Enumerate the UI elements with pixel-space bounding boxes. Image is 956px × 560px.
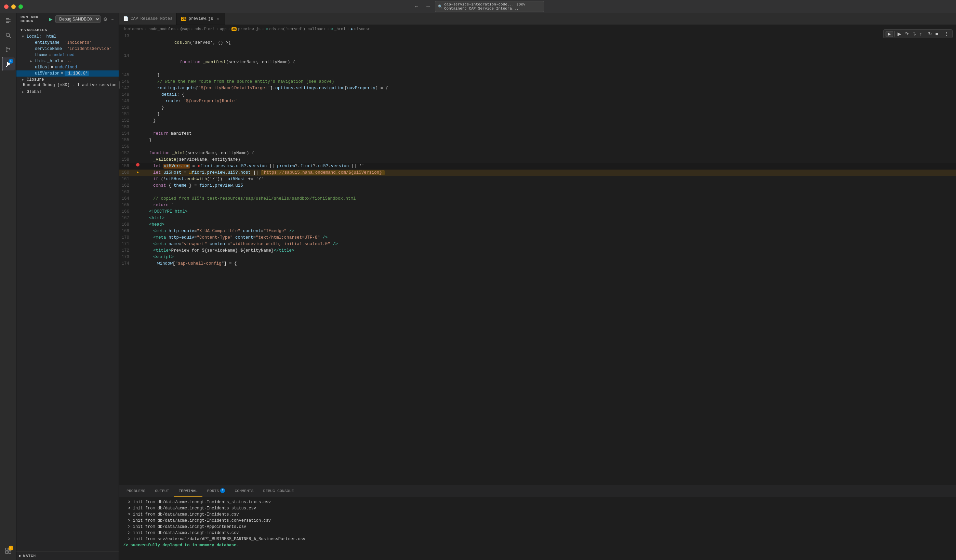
notes-file-icon: 📄	[123, 16, 129, 22]
global-scope-item[interactable]: ▶ Global	[16, 89, 119, 95]
breadcrumb-preview-js[interactable]: preview.js	[238, 27, 261, 31]
terminal-line: > init from db/data/acme.incmgt-Appointm…	[123, 524, 952, 530]
run-debug-button[interactable]: ▶	[49, 16, 53, 22]
magnifier-icon	[5, 31, 12, 39]
titlebar-center: ← → 🔍 cap-service-integration-code... [D…	[412, 1, 544, 12]
tab-output[interactable]: OUTPUT	[150, 485, 174, 497]
svg-rect-12	[5, 548, 8, 551]
code-line-158: 158 _validate(serviceName, entityName)	[119, 157, 956, 163]
nav-back-button[interactable]: ←	[412, 3, 421, 10]
local-scope-item[interactable]: ▼ Local: _html	[16, 33, 119, 40]
code-editor[interactable]: 13 cds.on('served', ()=>{ 14 function _m…	[119, 33, 956, 485]
code-line-166: 166 <!DOCTYPE html>	[119, 209, 956, 215]
ports-badge: 2	[220, 488, 225, 493]
terminal-line: > init from srv/external/data/API_BUSINE…	[123, 536, 952, 542]
code-line-164: 164 // copied from UI5's test-resources/…	[119, 195, 956, 202]
var-this-html[interactable]: ▶ this._html = ...	[16, 58, 119, 64]
var-ui5-version[interactable]: ui5Version = '1.130.0'	[16, 71, 119, 77]
debug-select-profile[interactable]: ▶	[885, 31, 893, 37]
svg-line-5	[9, 36, 11, 38]
code-line-154: 154 return manifest	[119, 131, 956, 137]
var-theme[interactable]: theme = undefined	[16, 52, 119, 58]
breadcrumb-html-fn-icon: ⊕	[331, 27, 333, 31]
svg-rect-15	[9, 551, 11, 554]
breadcrumb-sap[interactable]: @sap	[181, 27, 189, 31]
watch-panel[interactable]: ▶ WATCH	[16, 551, 119, 560]
tab-cap-release-notes[interactable]: 📄 CAP Release Notes	[119, 13, 177, 25]
search-icon: 🔍	[438, 5, 443, 9]
debug-config-select[interactable]: Debug SANDBOX	[55, 16, 101, 23]
run-bar: RUN AND DEBUG ▶ Debug SANDBOX ⚙ ···	[16, 13, 119, 25]
code-line-170: 170 <meta http-equiv="Content-Type" cont…	[119, 234, 956, 241]
maximize-window-btn[interactable]	[19, 5, 23, 9]
tab-terminal[interactable]: TERMINAL	[174, 485, 203, 497]
activity-run-debug[interactable]: 1	[2, 57, 15, 71]
breadcrumb-js-icon: JS	[231, 27, 237, 31]
code-line-155: 155 }	[119, 137, 956, 143]
chevron-down-icon: ▼	[20, 28, 23, 32]
var-service-name[interactable]: serviceName = 'IncidentsService'	[16, 46, 119, 52]
breadcrumb-incidents[interactable]: incidents	[123, 27, 143, 31]
svg-rect-0	[6, 18, 9, 19]
activity-extensions[interactable]: !	[2, 544, 15, 557]
tab-preview-js[interactable]: JS preview.js ✕	[177, 13, 225, 25]
code-line-162: 162 const { theme } = fiori.preview.ui5	[119, 182, 956, 189]
terminal-line: > init from db/data/acme.incmgt-Incident…	[123, 518, 952, 524]
code-line-169: 169 <meta http-equiv="X-UA-Compatible" c…	[119, 228, 956, 234]
code-line-150: 150 }	[119, 105, 956, 111]
variables-label: ▼ VARIABLES	[20, 28, 47, 32]
breadcrumb-callback[interactable]: cds.on('served') callback	[269, 27, 325, 31]
stop-debug-button[interactable]: ■	[934, 30, 940, 37]
files-icon	[5, 17, 12, 25]
js-file-icon: JS	[181, 17, 186, 21]
step-out-button[interactable]: ↑	[918, 30, 923, 37]
code-line-168: 168 <head>	[119, 222, 956, 228]
debug-arrow-icon: ➤	[137, 170, 139, 176]
watch-chevron-icon: ▶	[19, 554, 22, 558]
var-chevron-icon: ▶	[30, 59, 35, 63]
breadcrumb-html-fn[interactable]: _html	[334, 27, 346, 31]
code-line-153: 153	[119, 124, 956, 131]
tab-label-cap: CAP Release Notes	[131, 16, 172, 21]
debug-toolbar: ▶ ▶ ↷ ↴ ↑ ↻ ■ ⋮	[883, 29, 953, 38]
var-entity-name[interactable]: entityName = 'Incidents'	[16, 40, 119, 46]
code-line-14: 14 function _manifest(serviceName, entit…	[119, 53, 956, 72]
activity-source-control[interactable]	[2, 43, 15, 56]
debug-sessions-badge: 1	[9, 59, 13, 64]
tab-debug-console[interactable]: DEBUG CONSOLE	[258, 485, 299, 497]
minimize-window-btn[interactable]	[11, 5, 16, 9]
code-lines: 13 cds.on('served', ()=>{ 14 function _m…	[119, 33, 956, 267]
svg-rect-1	[6, 19, 11, 20]
tab-close-button[interactable]: ✕	[215, 16, 220, 22]
branch-icon	[5, 46, 12, 53]
nav-forward-button[interactable]: →	[423, 3, 433, 10]
step-over-button[interactable]: ↷	[903, 30, 910, 37]
var-ui-host[interactable]: uiHost = undefined	[16, 64, 119, 71]
terminal-line: > init from db/data/acme.incmgt-Incident…	[123, 499, 952, 505]
code-line-160: 160 ➤ let ui5Host = □fiori.preview.ui5?.…	[119, 170, 956, 176]
variables-header: ▼ VARIABLES	[16, 25, 119, 33]
activity-search[interactable]	[2, 29, 15, 42]
code-line-156: 156	[119, 143, 956, 150]
breadcrumb-app[interactable]: app	[220, 27, 227, 31]
titlebar-search-bar[interactable]: 🔍 cap-service-integration-code... [Dev C…	[435, 1, 544, 12]
breadcrumb-ui5host[interactable]: ui5Host	[354, 27, 370, 31]
restart-debug-button[interactable]: ↻	[926, 30, 934, 37]
tab-problems[interactable]: PROBLEMS	[122, 485, 150, 497]
breadcrumb-cds-fiori[interactable]: cds-fiori	[195, 27, 215, 31]
activity-explorer[interactable]	[2, 14, 15, 27]
svg-rect-2	[6, 21, 11, 22]
scope-chevron-icon: ▼	[22, 35, 27, 39]
svg-rect-14	[5, 551, 8, 554]
tab-ports[interactable]: PORTS 2	[203, 485, 230, 497]
debug-more-options-button[interactable]: ···	[110, 16, 115, 22]
continue-button[interactable]: ▶	[896, 30, 903, 37]
editor-area: 📄 CAP Release Notes JS preview.js ✕ inci…	[119, 13, 956, 560]
debug-more-button[interactable]: ⋮	[943, 30, 950, 37]
tab-comments[interactable]: COMMENTS	[230, 485, 258, 497]
code-line-148: 148 detail: {	[119, 91, 956, 98]
breadcrumb-node-modules[interactable]: node_modules	[148, 27, 175, 31]
close-window-btn[interactable]	[4, 5, 9, 9]
step-into-button[interactable]: ↴	[911, 30, 918, 37]
debug-settings-button[interactable]: ⚙	[103, 16, 108, 22]
